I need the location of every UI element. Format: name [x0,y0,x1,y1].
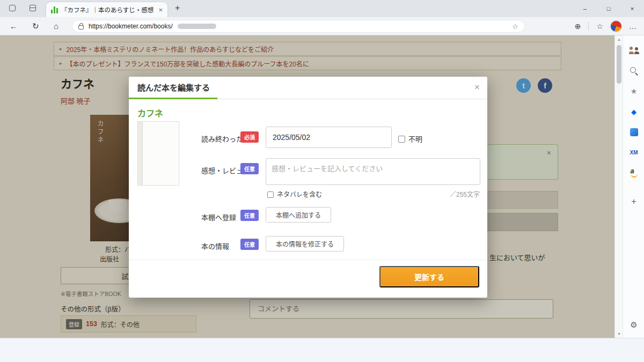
checkbox-icon[interactable] [267,191,274,198]
sidebar-settings-gear-icon[interactable]: ⚙ [623,317,644,333]
browser-tab[interactable]: 『カフネ』｜本のあらすじ・感想・レビュ × [46,2,167,17]
modal-footer-divider [129,260,487,260]
edge-sidebar: ★ ◆ XM a + ⚙ [623,35,644,338]
minimize-button[interactable]: – [573,0,597,17]
tab-close-icon[interactable]: × [158,6,163,14]
browser-titlebar: 『カフネ』｜本のあらすじ・感想・レビュ × + – □ × [0,0,644,17]
screen: 『カフネ』｜本のあらすじ・感想・レビュ × + – □ × ← ↻ ⌂ http… [0,0,644,362]
window-controls: – □ × [573,0,644,17]
refresh-icon[interactable]: ↻ [32,21,39,31]
people-icon[interactable] [623,43,644,58]
amazon-icon[interactable]: a [623,165,644,180]
page-viewport: ▸ 2025年・本格ミステリのノミネート作品！作品のあらすじなどをご紹介 ▸ 【… [0,35,614,338]
bookmark-star-icon[interactable]: ☆ [512,23,518,31]
back-icon[interactable]: ← [10,21,18,31]
lock-icon [78,25,84,29]
blue-app-icon[interactable] [623,124,644,139]
navbar-right-icons: ⊕ ☆ … [575,20,636,33]
window-close-button[interactable]: × [620,0,644,17]
read-date-input[interactable] [266,127,392,148]
tab-title: 『カフネ』｜本のあらすじ・感想・レビュ [61,5,155,14]
star-icon[interactable]: ★ [623,84,644,99]
bookmeter-favicon [51,6,58,13]
edit-book-info-button[interactable]: 本の情報を修正する [266,236,344,252]
windows-taskbar: 7 ✉ 33 N ♪ X W ^ ☁ [0,338,644,362]
home-icon[interactable]: ⌂ [54,21,58,31]
modal-book-title: カフネ [137,106,163,119]
update-button[interactable]: 更新する [379,266,479,287]
add-sidebar-item-icon[interactable]: + [623,194,644,209]
browser-menu-icon[interactable]: … [629,22,636,31]
modal-title: 読んだ本を編集する [137,77,210,99]
scroll-up-icon[interactable]: ▲ [615,38,623,41]
divider [588,22,589,31]
scrollbar-thumb[interactable] [617,45,621,84]
unknown-date-label: 不明 [408,135,422,143]
modal-book-thumbnail [137,121,179,186]
profile-avatar[interactable] [611,21,621,32]
review-textarea[interactable] [266,158,480,185]
tab-actions-icon[interactable] [28,4,38,13]
required-badge: 必須 [240,131,259,143]
url-text: https://bookmeter.com/books/ [89,23,173,30]
new-tab-button[interactable]: + [175,3,180,13]
optional-badge: 任意 [240,239,259,250]
modal-close-icon[interactable]: × [474,82,480,93]
char-counter: ／255文字 [450,189,480,198]
checkbox-icon[interactable] [398,136,405,143]
add-to-shelf-button[interactable]: 本棚へ追加する [266,207,331,223]
edit-read-book-modal: 読んだ本を編集する × カフネ 読み終わった日 必須 不明 感想・レビュー 任意… [129,77,487,298]
search-icon[interactable] [623,63,644,78]
modal-title-underline [129,98,217,99]
favorites-icon[interactable]: ☆ [596,22,603,31]
optional-badge: 任意 [240,163,259,174]
dropbox-icon[interactable]: ◆ [623,104,644,119]
xm-icon[interactable]: XM [623,145,644,160]
maximize-button[interactable]: □ [597,0,620,17]
scroll-down-icon[interactable]: ▼ [615,332,623,336]
optional-badge: 任意 [240,210,259,221]
shelf-label: 本棚へ登録 [201,212,236,222]
url-blurred-segment [178,24,216,29]
book-info-label: 本の情報 [201,241,229,251]
page-scrollbar[interactable]: ▲ ▼ [614,35,623,338]
modal-header: 読んだ本を編集する × [129,77,487,99]
unknown-date-checkbox[interactable]: 不明 [398,134,422,144]
workspaces-icon[interactable] [8,4,17,13]
spoiler-label: ネタバレを含む [277,191,322,198]
address-bar[interactable]: https://bookmeter.com/books/ ☆ [72,20,525,33]
spoiler-checkbox[interactable]: ネタバレを含む [267,189,322,198]
split-screen-icon[interactable]: ⊕ [575,22,581,31]
browser-navbar: ← ↻ ⌂ https://bookmeter.com/books/ ☆ ⊕ ☆… [0,17,644,35]
